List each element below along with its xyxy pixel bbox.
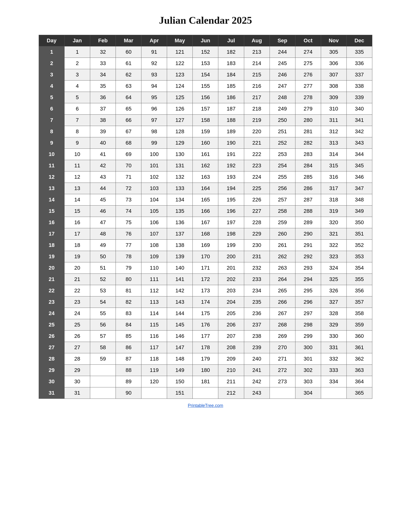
value-cell-oct: 278 [295, 92, 321, 103]
value-cell-jan: 20 [65, 262, 90, 274]
value-cell-aug: 236 [244, 308, 270, 319]
day-cell: 16 [39, 217, 65, 228]
value-cell-may: 148 [167, 353, 193, 365]
value-cell-jul: 201 [218, 262, 244, 274]
value-cell-oct: 290 [295, 228, 321, 240]
value-cell-sep: 249 [270, 103, 295, 115]
value-cell-may: 123 [167, 69, 193, 81]
col-header-may: May [167, 35, 193, 47]
value-cell-may: 134 [167, 194, 193, 206]
value-cell-dec: 341 [346, 115, 372, 126]
value-cell-sep: 251 [270, 126, 295, 137]
value-cell-jan: 13 [65, 183, 90, 194]
value-cell-feb [90, 387, 116, 399]
value-cell-oct: 275 [295, 58, 321, 69]
value-cell-oct: 301 [295, 353, 321, 365]
value-cell-jun: 161 [193, 149, 218, 160]
value-cell-nov: 311 [321, 115, 346, 126]
value-cell-sep: 253 [270, 149, 295, 160]
value-cell-apr: 106 [141, 217, 167, 228]
value-cell-mar: 87 [116, 353, 141, 365]
value-cell-mar: 64 [116, 92, 141, 103]
value-cell-apr: 110 [141, 262, 167, 274]
value-cell-jul: 212 [218, 387, 244, 399]
value-cell-mar: 80 [116, 274, 141, 285]
value-cell-dec: 356 [346, 285, 372, 296]
value-cell-mar: 67 [116, 126, 141, 137]
value-cell-mar: 84 [116, 319, 141, 331]
value-cell-feb: 43 [90, 171, 116, 183]
value-cell-sep: 267 [270, 308, 295, 319]
footer-link[interactable]: PrintableTree.com [188, 403, 223, 408]
col-header-jun: Jun [193, 35, 218, 47]
value-cell-sep: 256 [270, 183, 295, 194]
value-cell-feb: 48 [90, 228, 116, 240]
table-row: 28285987118148179209240271301332362 [39, 353, 372, 365]
value-cell-sep: 247 [270, 81, 295, 92]
day-cell: 2 [39, 58, 65, 69]
value-cell-may: 150 [167, 376, 193, 387]
value-cell-oct: 302 [295, 365, 321, 376]
value-cell-apr: 96 [141, 103, 167, 115]
value-cell-feb: 49 [90, 240, 116, 251]
value-cell-feb: 35 [90, 81, 116, 92]
value-cell-jan: 30 [65, 376, 90, 387]
value-cell-oct: 277 [295, 81, 321, 92]
value-cell-may: 147 [167, 342, 193, 353]
value-cell-aug: 241 [244, 365, 270, 376]
value-cell-nov: 324 [321, 262, 346, 274]
value-cell-oct: 294 [295, 274, 321, 285]
value-cell-may: 142 [167, 285, 193, 296]
value-cell-apr: 109 [141, 251, 167, 262]
value-cell-dec: 363 [346, 365, 372, 376]
value-cell-sep: 252 [270, 137, 295, 149]
value-cell-feb: 37 [90, 103, 116, 115]
col-header-aug: Aug [244, 35, 270, 47]
value-cell-sep: 273 [270, 376, 295, 387]
day-cell: 29 [39, 365, 65, 376]
value-cell-mar: 72 [116, 183, 141, 194]
value-cell-jul: 197 [218, 217, 244, 228]
value-cell-may: 129 [167, 137, 193, 149]
value-cell-jun [193, 387, 218, 399]
value-cell-may: 145 [167, 319, 193, 331]
value-cell-nov: 318 [321, 194, 346, 206]
value-cell-sep: 269 [270, 331, 295, 342]
value-cell-jun: 178 [193, 342, 218, 353]
value-cell-jan: 17 [65, 228, 90, 240]
value-cell-apr: 116 [141, 331, 167, 342]
value-cell-feb: 38 [90, 115, 116, 126]
value-cell-jan: 27 [65, 342, 90, 353]
value-cell-sep: 254 [270, 160, 295, 171]
value-cell-sep: 263 [270, 262, 295, 274]
value-cell-jul: 206 [218, 319, 244, 331]
value-cell-jul: 185 [218, 81, 244, 92]
value-cell-may: 121 [167, 47, 193, 58]
value-cell-jul: 183 [218, 58, 244, 69]
value-cell-jul: 182 [218, 47, 244, 58]
day-cell: 10 [39, 149, 65, 160]
value-cell-jul: 190 [218, 137, 244, 149]
value-cell-jul: 203 [218, 285, 244, 296]
value-cell-may: 149 [167, 365, 193, 376]
value-cell-aug: 215 [244, 69, 270, 81]
table-row: 66376596126157187218249279310340 [39, 103, 372, 115]
value-cell-feb: 46 [90, 206, 116, 217]
value-cell-feb: 39 [90, 126, 116, 137]
value-cell-jul: 191 [218, 149, 244, 160]
table-row: 25255684115145176206237268298329359 [39, 319, 372, 331]
value-cell-dec: 352 [346, 240, 372, 251]
value-cell-may: 124 [167, 81, 193, 92]
value-cell-jun: 159 [193, 126, 218, 137]
value-cell-aug: 219 [244, 115, 270, 126]
value-cell-jan: 6 [65, 103, 90, 115]
day-cell: 12 [39, 171, 65, 183]
value-cell-jul: 202 [218, 274, 244, 285]
value-cell-jun: 169 [193, 240, 218, 251]
value-cell-feb: 57 [90, 331, 116, 342]
table-row: 15154674105135166196227258288319349 [39, 206, 372, 217]
value-cell-jul: 193 [218, 171, 244, 183]
value-cell-dec: 343 [346, 137, 372, 149]
value-cell-jul: 199 [218, 240, 244, 251]
value-cell-dec: 338 [346, 81, 372, 92]
